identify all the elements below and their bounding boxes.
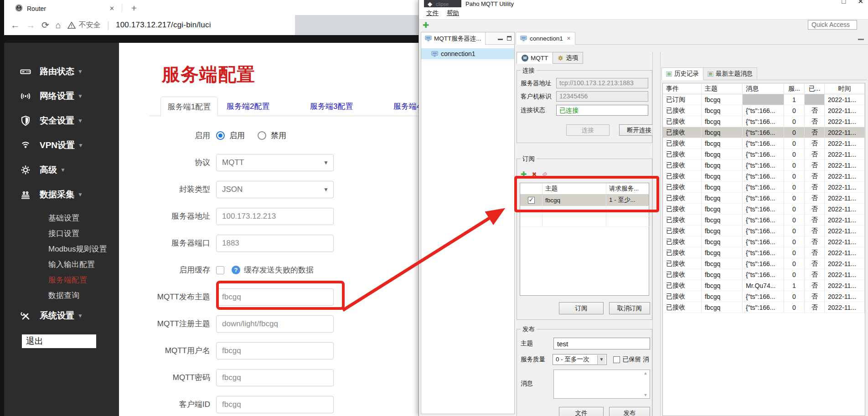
sidebar-subitem-io[interactable]: 输入输出配置 [4, 257, 119, 272]
message-textarea[interactable]: ▲▼ [553, 370, 650, 399]
back-icon[interactable]: ← [10, 21, 20, 30]
file-button[interactable]: 文件 [559, 407, 604, 416]
sidebar-item-system[interactable]: 系统设置▼ [4, 303, 119, 328]
header-qos[interactable]: 服... [784, 83, 805, 94]
table-row[interactable]: 已接收fbcgq{"ts":166...0否2022-11... [663, 105, 865, 116]
table-row[interactable]: 已接收fbcgq{"ts":166...0否2022-11... [663, 160, 865, 171]
home-icon[interactable]: ⌂ [56, 21, 61, 30]
restore-icon[interactable] [858, 36, 864, 40]
client-id-input[interactable] [216, 396, 334, 413]
sidebar-item-data-collect[interactable]: 数据采集▼ [4, 182, 119, 207]
table-row[interactable]: 已接收fbcgq{"ts":166...0否2022-11... [663, 193, 865, 204]
enable-radio[interactable] [216, 131, 225, 140]
sidebar-subitem-modbus[interactable]: Modbus规则设置 [4, 241, 119, 257]
table-row[interactable]: 已接收fbcgq{"ts":166...0否2022-11... [663, 258, 865, 269]
table-row[interactable]: 已接收fbcgqMr.Qu74...1否2022-11... [663, 280, 865, 291]
encap-select[interactable]: JSON▼ [216, 181, 334, 198]
forward-icon[interactable]: → [26, 21, 35, 30]
disable-radio[interactable] [258, 131, 266, 140]
sidebar-item-vpn[interactable]: VPN设置▼ [4, 133, 119, 158]
connections-panel-tab[interactable]: MQTT服务器连... [421, 32, 486, 45]
browser-tab[interactable]: Router ✕ [10, 2, 119, 15]
table-row[interactable]: 已接收fbcgq{"ts":166...0否2022-11... [663, 116, 865, 127]
protocol-select[interactable]: MQTT▼ [216, 154, 334, 171]
header-time[interactable]: 时间 [825, 83, 865, 94]
mqtt-username-input[interactable] [216, 342, 334, 360]
table-row[interactable]: 已接收fbcgq{"ts":166...0否2022-11... [663, 269, 865, 280]
subscribe-button[interactable]: 订阅 [559, 302, 604, 314]
sidebar-subitem-interface[interactable]: 接口设置 [4, 226, 119, 241]
unsubscribe-button[interactable]: 取消订阅 [609, 302, 650, 314]
publish-topic-input[interactable] [553, 338, 650, 349]
header-message[interactable]: 消息 [743, 83, 784, 94]
tab-close-icon[interactable]: ✕ [567, 36, 571, 41]
table-row[interactable]: 已接收fbcgq{"ts":166...0否2022-11... [663, 226, 865, 236]
header-retained[interactable]: 已... [805, 83, 825, 94]
table-row[interactable]: 已接收fbcgq{"ts":166...0否2022-11... [663, 291, 865, 302]
table-row[interactable]: 已接收fbcgq{"ts":166...0否2022-11... [663, 215, 865, 226]
mqtt-password-input[interactable] [216, 369, 334, 386]
close-icon[interactable]: ✕ [858, 0, 863, 5]
minimize-icon[interactable] [498, 36, 503, 40]
table-row[interactable]: 已接收fbcgq{"ts":166...0否2022-11... [663, 182, 865, 193]
subscription-checkbox[interactable] [528, 197, 535, 204]
security-status[interactable]: 不安全 [67, 21, 101, 30]
tab-server4[interactable]: 服务端4配置 [393, 101, 418, 112]
header-event[interactable]: 事件 [663, 83, 702, 94]
tab-server2[interactable]: 服务端2配置 [227, 101, 269, 112]
connection-tree-item[interactable]: connection1 [421, 48, 514, 59]
cache-checkbox[interactable] [216, 266, 224, 274]
subscription-row[interactable]: fbcgq 1 - 至少... [520, 195, 649, 206]
delete-subscription-icon[interactable]: ✖ [532, 171, 537, 178]
add-subscription-icon[interactable]: ✚ [521, 170, 527, 179]
reg-topic-input[interactable] [216, 315, 334, 333]
tab-server3[interactable]: 服务端3配置 [310, 101, 353, 112]
sidebar-subitem-server-config[interactable]: 服务端配置 [4, 272, 119, 288]
tab-mqtt[interactable]: M MQTT [517, 52, 553, 64]
table-row[interactable]: 已接收fbcgq{"ts":166...0否2022-11... [663, 247, 865, 258]
sidebar-subitem-basic[interactable]: 基础设置 [4, 211, 119, 226]
tab-server1[interactable]: 服务端1配置 [160, 97, 218, 116]
sidebar-subitem-data-query[interactable]: 数据查询 [4, 288, 119, 303]
table-row[interactable]: 已接收fbcgq{"ts":166...0否2022-11... [663, 138, 865, 149]
table-row[interactable]: 已接收fbcgq{"ts":166...0否2022-11... [663, 171, 865, 182]
sidebar-item-network[interactable]: 网络设置▼ [4, 84, 119, 108]
header-topic[interactable]: 主题 [542, 183, 606, 195]
clear-icon[interactable] [542, 172, 549, 177]
scroll-arrows[interactable]: ▲▼ [642, 371, 649, 397]
sidebar-item-advanced[interactable]: 高级▼ [4, 158, 119, 182]
maximize-icon[interactable]: □ [842, 0, 846, 5]
tab-latest-messages[interactable]: 最新主题消息 [703, 67, 757, 80]
new-connection-icon[interactable]: ✚ [423, 21, 429, 30]
connect-button[interactable]: 连接 [566, 124, 610, 136]
table-row[interactable]: 已接收fbcgq{"ts":166...0否2022-11... [663, 302, 865, 313]
tab-history[interactable]: 历史记录 [661, 67, 703, 80]
table-row[interactable]: 已接收fbcgq{"ts":166...0否2022-11... [663, 204, 865, 215]
qos-select[interactable]: 0 - 至多一次▼ [553, 354, 607, 365]
tab-options[interactable]: 选项 [553, 52, 583, 64]
menu-file[interactable]: 文件 [423, 8, 442, 18]
table-row[interactable]: 已接收fbcgq{"ts":166...0否2022-11... [663, 149, 865, 160]
server-port-input[interactable] [216, 235, 334, 252]
header-topic[interactable]: 主题 [702, 83, 743, 94]
reload-icon[interactable]: ⟳ [41, 21, 49, 30]
header-qos[interactable]: 请求服务... [606, 183, 650, 195]
publish-button[interactable]: 发布 [609, 407, 650, 416]
retained-checkbox[interactable] [613, 356, 620, 363]
logout-button[interactable]: 退出 [22, 334, 96, 348]
table-row[interactable]: 已接收fbcgq{"ts":166...0否2022-11... [663, 127, 865, 138]
editor-tab-connection1[interactable]: connection1 ✕ [516, 32, 575, 45]
url-text[interactable]: 100.173.12.217/cgi-bin/luci [116, 21, 211, 30]
menu-help[interactable]: 帮助 [443, 8, 463, 18]
tab-close-icon[interactable]: ✕ [109, 5, 114, 12]
sidebar-item-router-status[interactable]: 路由状态▼ [4, 59, 119, 84]
vertical-scrollbar[interactable] [652, 52, 661, 416]
sidebar-item-security[interactable]: 安全设置▼ [4, 108, 119, 133]
pub-topic-input[interactable] [216, 288, 334, 306]
server-addr-input[interactable] [216, 208, 334, 225]
table-row[interactable]: 已订阅fbcgq12022-11... [663, 94, 865, 105]
table-row[interactable]: 已接收fbcgq{"ts":166...0否2022-11... [663, 236, 865, 247]
quick-access-box[interactable]: Quick Access [808, 20, 857, 30]
new-tab-button[interactable]: + [128, 2, 140, 14]
maximize-panel-icon[interactable] [507, 36, 512, 41]
